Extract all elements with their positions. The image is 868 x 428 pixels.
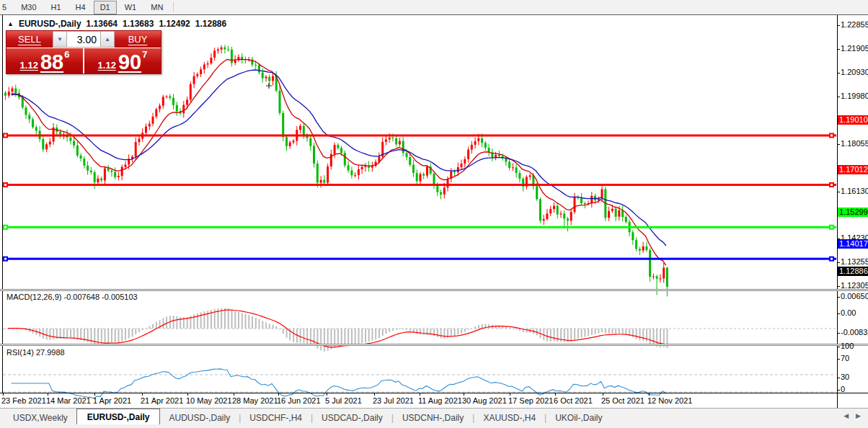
spin-down-icon: ▼ bbox=[57, 36, 63, 43]
date-tick-label: 17 Sep 2021 bbox=[508, 396, 553, 405]
low-value: 1.12492 bbox=[159, 19, 190, 29]
sell-price-pips: 88 bbox=[40, 54, 63, 71]
timeframe-button-5[interactable]: 5 bbox=[0, 1, 13, 14]
high-value: 1.13683 bbox=[123, 19, 154, 29]
date-tick-mark bbox=[142, 393, 143, 396]
tab-scroll-arrows: ◀ ▶ bbox=[843, 412, 861, 419]
date-tick-mark bbox=[187, 393, 188, 396]
date-tick-mark bbox=[649, 393, 650, 396]
timeframe-button-mn[interactable]: MN bbox=[144, 1, 169, 14]
date-tick-label: 16 Jun 2021 bbox=[277, 396, 321, 405]
price-level-badge: 1.15299 bbox=[838, 208, 868, 217]
timeframe-button-h1[interactable]: H1 bbox=[45, 1, 68, 14]
tab-scroll-left-icon[interactable]: ◀ bbox=[843, 412, 849, 419]
date-tick-label: 14 Mar 2021 bbox=[46, 396, 91, 405]
macd-panel-divider[interactable] bbox=[0, 289, 868, 291]
tab-audusd-daily[interactable]: AUDUSD-,Daily bbox=[160, 410, 239, 425]
collapse-triangle-icon[interactable]: ▲ bbox=[7, 20, 14, 27]
sell-button[interactable]: SELL bbox=[6, 31, 53, 48]
date-tick-label: 28 May 2021 bbox=[232, 396, 278, 405]
close-value: 1.12886 bbox=[195, 19, 226, 29]
date-tick-label: 1 Apr 2021 bbox=[93, 396, 131, 405]
tab-usdcad-daily[interactable]: USDCAD-,Daily bbox=[313, 410, 391, 425]
date-tick-label: 10 May 2021 bbox=[186, 396, 232, 405]
tab-eurusd-daily[interactable]: EURUSD-,Daily bbox=[76, 409, 161, 425]
timeframe-button-h4[interactable]: H4 bbox=[69, 1, 92, 14]
symbol-label: EURUSD-,Daily bbox=[19, 19, 81, 29]
axis-tick-mark bbox=[837, 73, 840, 73]
axis-tick-label: 1.18055 bbox=[841, 139, 868, 148]
axis-tick-mark bbox=[837, 378, 840, 378]
price-level-badge: 1.12886 bbox=[838, 267, 868, 276]
volume-decrease-button[interactable]: ▼ bbox=[53, 31, 67, 48]
axis-tick-label: 100 bbox=[841, 342, 854, 350]
sell-price-point: 6 bbox=[64, 49, 69, 60]
spin-up-icon: ▲ bbox=[105, 36, 110, 43]
date-tick-label: 11 Aug 2021 bbox=[418, 396, 462, 405]
axis-tick-label: 1.16130 bbox=[841, 187, 868, 195]
chart-left-border bbox=[2, 15, 3, 393]
axis-tick-label: 70 bbox=[841, 354, 849, 362]
date-tick-mark bbox=[48, 393, 48, 396]
tab-usdcnh-daily[interactable]: USDCNH-,Daily bbox=[394, 410, 472, 425]
axis-tick-mark bbox=[837, 286, 840, 287]
tab-usdx-weekly[interactable]: USDX,Weekly bbox=[4, 410, 76, 425]
tab-xauusd-h4[interactable]: XAUUSD-,H4 bbox=[474, 410, 544, 425]
mt4-platform-window: 5M30H1H4D1W1MN ▲ EURUSD-,Daily 1.13664 1… bbox=[0, 0, 868, 428]
chart-tab-bar: USDX,WeeklyEURUSD-,DailyAUDUSD-,Daily|US… bbox=[0, 408, 868, 425]
date-tick-mark bbox=[3, 393, 4, 396]
axis-tick-label: 0.006503 bbox=[841, 292, 868, 300]
volume-increase-button[interactable]: ▲ bbox=[100, 31, 115, 48]
axis-tick-mark bbox=[837, 49, 840, 50]
date-axis-border bbox=[0, 393, 868, 393]
buy-button[interactable]: BUY bbox=[115, 31, 161, 48]
axis-tick-label: 1.13255 bbox=[841, 257, 868, 266]
sell-price-button[interactable]: 1.12886 bbox=[6, 48, 83, 73]
axis-tick-label: 0 bbox=[841, 385, 845, 393]
date-tick-mark bbox=[555, 393, 556, 396]
date-tick-mark bbox=[278, 393, 279, 396]
chart-title-ohlc: ▲ EURUSD-,Daily 1.13664 1.13683 1.12492 … bbox=[7, 19, 226, 29]
axis-tick-mark bbox=[837, 97, 840, 97]
date-tick-label: 30 Aug 2021 bbox=[462, 396, 507, 405]
date-tick-mark bbox=[420, 393, 420, 396]
axis-tick-mark bbox=[837, 313, 840, 314]
date-tick-mark bbox=[510, 393, 510, 396]
axis-tick-label: 1.20930 bbox=[841, 68, 868, 76]
buy-price-button[interactable]: 1.12907 bbox=[84, 48, 161, 73]
date-tick-label: 12 Nov 2021 bbox=[647, 396, 692, 405]
date-tick-label: 23 Jul 2021 bbox=[373, 396, 414, 405]
timeframe-button-d1[interactable]: D1 bbox=[94, 1, 117, 14]
price-level-badge: 1.14017 bbox=[838, 239, 868, 249]
tab-scroll-right-icon[interactable]: ▶ bbox=[856, 412, 861, 419]
date-tick-mark bbox=[464, 393, 464, 396]
date-tick-mark bbox=[327, 393, 327, 396]
rsi-panel-divider[interactable] bbox=[0, 344, 868, 346]
axis-tick-mark bbox=[837, 25, 840, 26]
chart-top-border bbox=[0, 14, 868, 15]
toolbar-separator bbox=[173, 2, 174, 12]
buy-price-base: 1.12 bbox=[98, 61, 116, 71]
buy-price-point: 7 bbox=[142, 49, 147, 60]
axis-tick-mark bbox=[837, 144, 840, 145]
axis-tick-label: 1.21905 bbox=[841, 44, 868, 53]
price-chart-canvas[interactable] bbox=[0, 15, 837, 423]
rsi-indicator-label: RSI(14) 27.9988 bbox=[6, 348, 65, 357]
axis-tick-label: 1.12305 bbox=[841, 281, 868, 290]
tab-ukoil-daily[interactable]: UKOil-,Daily bbox=[546, 410, 611, 425]
price-level-badge: 1.17012 bbox=[838, 165, 868, 174]
date-tick-label: 6 Oct 2021 bbox=[554, 396, 593, 405]
timeframe-toolbar: 5M30H1H4D1W1MN bbox=[0, 0, 868, 15]
tab-usdchf-h4[interactable]: USDCHF-,H4 bbox=[241, 410, 311, 425]
date-tick-mark bbox=[374, 393, 375, 396]
bottom-strip bbox=[0, 424, 868, 428]
timeframe-button-m30[interactable]: M30 bbox=[14, 1, 43, 14]
sell-price-base: 1.12 bbox=[20, 61, 38, 71]
axis-tick-mark bbox=[837, 333, 840, 334]
axis-tick-mark bbox=[837, 297, 840, 298]
price-level-badge: 1.19010 bbox=[838, 115, 868, 125]
axis-tick-mark bbox=[837, 359, 840, 360]
axis-tick-label: -0.00832 bbox=[841, 328, 868, 336]
timeframe-button-w1[interactable]: W1 bbox=[118, 1, 143, 14]
volume-input[interactable]: 3.00 bbox=[67, 31, 100, 48]
